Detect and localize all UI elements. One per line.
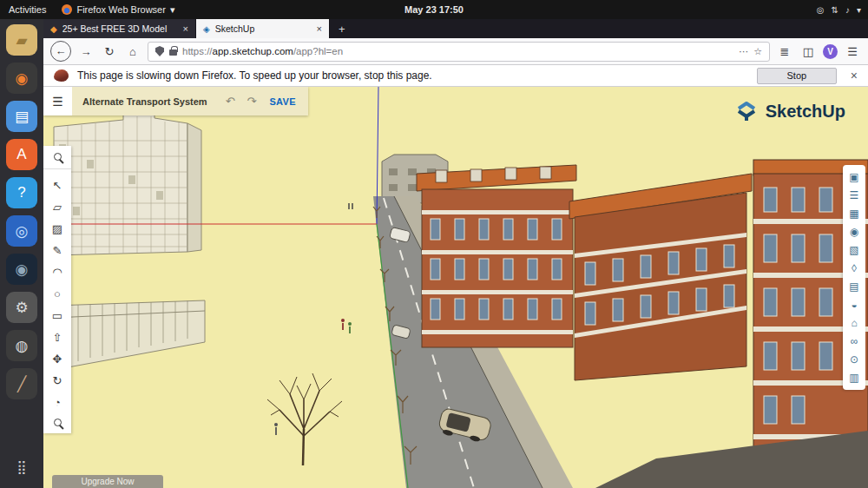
panel-instructor[interactable]: ☰ bbox=[850, 190, 859, 201]
tab-label: 25+ Best FREE 3D Model bbox=[62, 23, 178, 34]
dock-document-viewer[interactable]: ▤ bbox=[6, 101, 37, 132]
panel-display[interactable]: ◒ bbox=[851, 300, 857, 310]
dock-rhythmbox[interactable]: ◉ bbox=[6, 63, 37, 94]
menu-icon[interactable]: ☰ bbox=[844, 46, 861, 57]
tool-palette: ↖▱▨✎◠○▭⇧✥↻◔ bbox=[43, 146, 71, 433]
clock[interactable]: May 23 17:50 bbox=[404, 4, 464, 15]
gnome-top-bar: Activities Firefox Web Browser ▾ May 23 … bbox=[0, 0, 868, 19]
system-tray[interactable]: ◎⇅♪▾ bbox=[817, 5, 861, 15]
tab-favicon: ◈ bbox=[203, 24, 210, 34]
desktop: Activities Firefox Web Browser ▾ May 23 … bbox=[0, 0, 868, 488]
new-tab-button[interactable]: + bbox=[330, 19, 354, 38]
redo-button[interactable]: ↷ bbox=[241, 95, 263, 108]
model-title[interactable]: Alternate Transport System bbox=[72, 96, 220, 107]
bookmark-star-icon[interactable]: ☆ bbox=[753, 46, 762, 57]
slow-page-icon bbox=[54, 69, 69, 82]
tab-bar: ◆ 25+ Best FREE 3D Model × ◈ SketchUp × … bbox=[43, 19, 868, 38]
navigation-toolbar: ← → ↻ ⌂ https://app.sketchup.com/app?hl=… bbox=[43, 38, 868, 65]
url-text: https://app.sketchup.com/app?hl=en bbox=[182, 46, 733, 56]
tab-close-icon[interactable]: × bbox=[317, 23, 322, 34]
dock-settings[interactable]: ⚙ bbox=[6, 292, 37, 323]
dock-ruler[interactable]: ╱ bbox=[6, 368, 37, 399]
brick-building-center bbox=[417, 165, 576, 347]
activities-button[interactable]: Activities bbox=[0, 4, 55, 15]
tool-zoom[interactable] bbox=[54, 419, 62, 426]
page-actions-icon[interactable]: ⋯ bbox=[739, 46, 748, 57]
tool-line[interactable]: ✎ bbox=[53, 245, 62, 256]
magnifier-icon bbox=[54, 419, 62, 426]
dock-color-utility[interactable]: ◍ bbox=[6, 330, 37, 361]
tool-eraser[interactable]: ▱ bbox=[53, 201, 62, 213]
tracking-shield-icon[interactable] bbox=[155, 46, 164, 56]
upgrade-button[interactable]: Upgrade Now bbox=[52, 475, 163, 488]
url-scheme: https:// bbox=[182, 46, 213, 56]
sketchup-menu-button[interactable]: ☰ bbox=[43, 87, 72, 115]
sketchup-header: ☰ Alternate Transport System ↶ ↷ SAVE bbox=[43, 87, 308, 115]
3d-viewport[interactable] bbox=[43, 87, 868, 488]
tray-screencast[interactable]: ◎ bbox=[817, 5, 825, 15]
firefox-window: ◆ 25+ Best FREE 3D Model × ◈ SketchUp × … bbox=[43, 19, 868, 488]
save-button[interactable]: SAVE bbox=[262, 96, 307, 107]
brick-building-right bbox=[569, 174, 752, 380]
stop-button[interactable]: Stop bbox=[757, 68, 837, 84]
sketchup-wordmark: SketchUp bbox=[766, 102, 845, 122]
tray-network[interactable]: ⇅ bbox=[832, 5, 838, 15]
tray-volume[interactable]: ♪ bbox=[845, 5, 850, 15]
tab-favicon: ◆ bbox=[50, 24, 57, 34]
dock-show-applications[interactable]: ⣿ bbox=[6, 452, 37, 483]
undo-button[interactable]: ↶ bbox=[220, 95, 241, 108]
dock-steam[interactable]: ◉ bbox=[6, 254, 37, 285]
tab-3d-models[interactable]: ◆ 25+ Best FREE 3D Model × bbox=[43, 19, 196, 38]
tool-select[interactable]: ↖ bbox=[53, 180, 62, 191]
app-menu[interactable]: Firefox Web Browser ▾ bbox=[55, 4, 181, 16]
panel-rail: ▣☰▦◉▧◊▤◒⌂∞⊙▥ bbox=[843, 165, 865, 390]
back-button[interactable]: ← bbox=[50, 41, 71, 62]
app-menu-label: Firefox Web Browser bbox=[76, 4, 166, 15]
tab-sketchup[interactable]: ◈ SketchUp × bbox=[196, 19, 330, 38]
sidebar-icon[interactable]: ◫ bbox=[799, 46, 817, 57]
panel-materials[interactable]: ◉ bbox=[850, 227, 858, 237]
panel-scenes[interactable]: ▤ bbox=[849, 281, 858, 292]
url-bar[interactable]: https://app.sketchup.com/app?hl=en ⋯ ☆ bbox=[148, 42, 770, 62]
dock-files[interactable]: ▰ bbox=[6, 24, 37, 56]
tool-move[interactable]: ✥ bbox=[53, 353, 62, 365]
lock-icon[interactable] bbox=[169, 49, 177, 56]
url-host: app.sketchup.com bbox=[213, 46, 293, 56]
left-building bbox=[54, 109, 201, 255]
tool-tape-measure[interactable]: ◔ bbox=[54, 397, 61, 408]
panel-tags[interactable]: ◊ bbox=[852, 263, 857, 274]
notification-close-icon[interactable]: × bbox=[851, 69, 858, 82]
reload-button[interactable]: ↻ bbox=[101, 46, 118, 57]
tool-shapes[interactable]: ▭ bbox=[52, 310, 62, 321]
dock-ubuntu-software[interactable]: A bbox=[6, 139, 37, 170]
sketchup-brand: SketchUp bbox=[734, 99, 845, 123]
dock-browser[interactable]: ◎ bbox=[6, 215, 37, 247]
panel-components[interactable]: ▦ bbox=[849, 208, 858, 219]
panel-styles[interactable]: ▧ bbox=[849, 245, 858, 255]
caret-down-icon: ▾ bbox=[170, 4, 175, 16]
magnifier-icon bbox=[54, 153, 62, 161]
library-icon[interactable]: ≣ bbox=[776, 46, 793, 57]
forward-button[interactable]: → bbox=[77, 46, 95, 57]
panel-model-info[interactable]: ▥ bbox=[849, 373, 858, 383]
tool-circle[interactable]: ○ bbox=[54, 288, 61, 300]
tray-menu-caret[interactable]: ▾ bbox=[857, 5, 861, 15]
tool-search[interactable] bbox=[43, 153, 71, 169]
panel-views[interactable]: ⌂ bbox=[851, 318, 857, 328]
tool-push-pull[interactable]: ⇧ bbox=[53, 332, 62, 343]
panel-entity-info[interactable]: ▣ bbox=[849, 172, 858, 182]
panel-soften-edges[interactable]: ∞ bbox=[851, 336, 858, 346]
home-button[interactable]: ⌂ bbox=[124, 46, 141, 57]
firefox-icon bbox=[62, 4, 72, 15]
dock: ▰◉▤A?◎◉⚙◍╱⣿ bbox=[0, 19, 43, 488]
tool-paint[interactable]: ▨ bbox=[52, 223, 62, 234]
extension-badge[interactable]: V bbox=[823, 44, 838, 59]
notification-message: This page is slowing down Firefox. To sp… bbox=[77, 69, 432, 82]
notification-bar: This page is slowing down Firefox. To sp… bbox=[43, 65, 868, 87]
tool-arc[interactable]: ◠ bbox=[52, 267, 62, 278]
tool-rotate[interactable]: ↻ bbox=[53, 375, 62, 386]
panel-add-location[interactable]: ⊙ bbox=[850, 354, 858, 365]
url-path: /app?hl=en bbox=[293, 46, 343, 56]
dock-help[interactable]: ? bbox=[6, 177, 37, 208]
tab-close-icon[interactable]: × bbox=[183, 23, 188, 34]
